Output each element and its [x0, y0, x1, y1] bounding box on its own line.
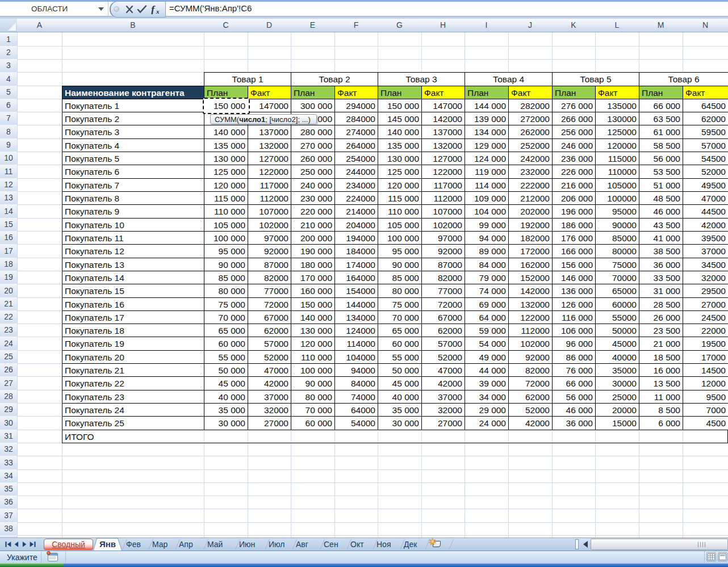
svg-text:x: x — [156, 8, 160, 14]
svg-text:f: f — [151, 5, 156, 14]
